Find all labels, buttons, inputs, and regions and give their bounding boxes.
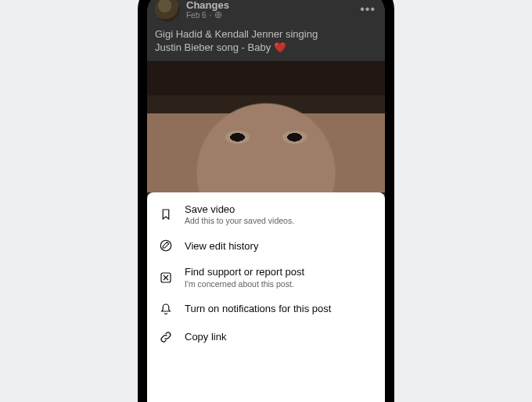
bookmark-icon (158, 206, 174, 222)
view-edit-history-item[interactable]: View edit history (147, 232, 385, 260)
report-post-title: Find support or report post (185, 266, 304, 278)
post-caption: Gigi Hadid & Kendall Jenner singing Just… (147, 27, 385, 61)
edit-history-icon (158, 238, 174, 253)
bell-icon (158, 301, 174, 317)
caption-line-2: Justin Bieber song - Baby ❤️ (155, 41, 286, 53)
notifications-title: Turn on notifications for this post (185, 303, 331, 315)
globe-icon (214, 11, 222, 20)
phone-frame: Changes Feb 6 · ••• Gigi Hadid & Kendall… (138, 0, 394, 402)
report-post-item[interactable]: Find support or report post I'm concerne… (147, 260, 385, 295)
report-icon (158, 270, 174, 285)
save-video-sub: Add this to your saved videos. (185, 216, 294, 225)
link-icon (158, 329, 174, 345)
screen: Changes Feb 6 · ••• Gigi Hadid & Kendall… (147, 0, 385, 402)
view-edit-history-title: View edit history (185, 240, 258, 253)
caption-line-1: Gigi Hadid & Kendall Jenner singing (155, 28, 318, 40)
post-dimmed-area: Changes Feb 6 · ••• Gigi Hadid & Kendall… (147, 0, 385, 192)
post-date: Feb 6 (186, 11, 207, 20)
action-sheet: Save video Add this to your saved videos… (147, 192, 385, 402)
avatar[interactable] (155, 0, 180, 22)
post-overflow-button[interactable]: ••• (358, 2, 377, 16)
svg-point-1 (160, 241, 171, 252)
notifications-item[interactable]: Turn on notifications for this post (147, 295, 385, 323)
copy-link-item[interactable]: Copy link (147, 323, 385, 351)
save-video-item[interactable]: Save video Add this to your saved videos… (147, 197, 385, 232)
copy-link-title: Copy link (185, 331, 226, 343)
post-meta: Changes Feb 6 · (186, 0, 358, 20)
post-subline: Feb 6 · (186, 11, 358, 20)
post-header: Changes Feb 6 · ••• (147, 0, 385, 27)
phone-bezel: Changes Feb 6 · ••• Gigi Hadid & Kendall… (147, 0, 385, 402)
video-thumbnail[interactable] (147, 61, 385, 192)
report-post-sub: I'm concerned about this post. (185, 279, 304, 289)
post-author[interactable]: Changes (186, 0, 358, 11)
save-video-title: Save video (185, 203, 294, 216)
dot-separator: · (210, 11, 212, 20)
